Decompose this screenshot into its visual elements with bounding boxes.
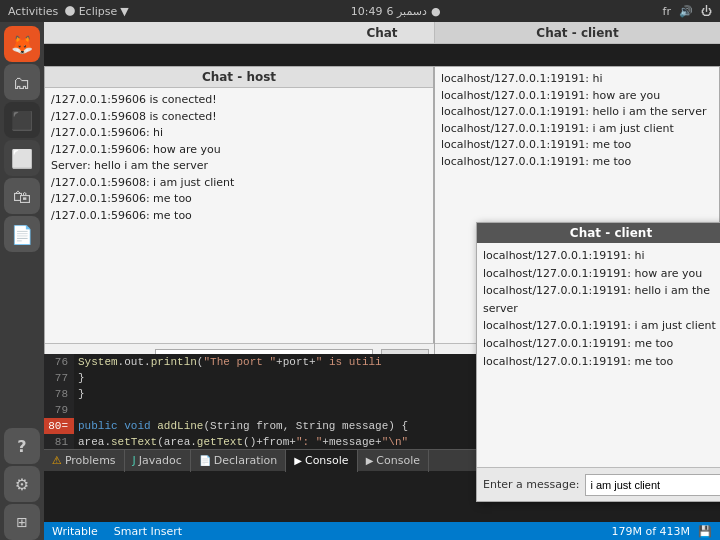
chat-client-right-messages: localhost/127.0.0.1:19191: hi localhost/… xyxy=(435,67,719,174)
cf-msg-2: localhost/127.0.0.1:19191: how are you xyxy=(483,265,720,283)
cf-msg-6: localhost/127.0.0.1:19191: me too xyxy=(483,353,720,371)
sidebar-icon-terminal[interactable]: ⬛ xyxy=(4,102,40,138)
sidebar-icon-help[interactable]: ? xyxy=(4,428,40,464)
declaration-icon: 📄 xyxy=(199,455,211,466)
activities-label[interactable]: Activities xyxy=(8,5,58,18)
chat-client-float-messages: localhost/127.0.0.1:19191: hi localhost/… xyxy=(477,243,720,374)
code-line-80: 80= public void addLine(String from, Str… xyxy=(44,418,500,434)
power-icon[interactable]: ⏻ xyxy=(701,5,712,18)
main-area: Activities Eclipse ▼ Chat Chat - client … xyxy=(44,22,720,540)
cf-msg-1: localhost/127.0.0.1:19191: hi xyxy=(483,247,720,265)
cf-msg-5: localhost/127.0.0.1:19191: me too xyxy=(483,335,720,353)
float-message-input[interactable] xyxy=(585,474,720,496)
host-msg-4: /127.0.0.1:59606: how are you xyxy=(51,142,427,159)
writable-label: Writable xyxy=(52,525,98,538)
host-msg-2: /127.0.0.1:59608 is conected! xyxy=(51,109,427,126)
javadoc-label: Javadoc xyxy=(139,454,182,467)
eclipse-topbar-icon: 🌑 xyxy=(64,5,75,18)
sidebar-icon-grid[interactable]: ⊞ xyxy=(4,504,40,540)
chat-host-panel: Chat - host /127.0.0.1:59606 is conected… xyxy=(44,66,434,376)
chat-host-messages: /127.0.0.1:59606 is conected! /127.0.0.1… xyxy=(45,88,433,228)
tab-declaration[interactable]: 📄 Declaration xyxy=(191,450,286,472)
code-line-77: 77 } xyxy=(44,370,500,386)
date-label: 6 دسمبر xyxy=(387,5,427,18)
problems-label: Problems xyxy=(65,454,116,467)
size-label: 179M of 413M xyxy=(611,525,690,538)
cf-msg-3: localhost/127.0.0.1:19191: hello i am th… xyxy=(483,282,720,317)
problems-icon: ⚠ xyxy=(52,454,62,467)
console1-label: Console xyxy=(305,454,349,467)
cr-msg-1: localhost/127.0.0.1:19191: hi xyxy=(441,71,713,88)
sidebar-icon-firefox[interactable]: 🦊 xyxy=(4,26,40,62)
code-line-78: 78 } xyxy=(44,386,500,402)
declaration-label: Declaration xyxy=(214,454,277,467)
top-bar: Activities 🌑 Eclipse ▼ 10:49 6 دسمبر ● f… xyxy=(0,0,720,22)
sidebar-icon-settings[interactable]: ⚙ xyxy=(4,466,40,502)
network-icon: 🔊 xyxy=(679,5,693,18)
sidebar: 🦊 🗂 ⬛ ⬜ 🛍 📄 ? ⚙ ⊞ xyxy=(0,22,44,540)
host-msg-1: /127.0.0.1:59606 is conected! xyxy=(51,92,427,109)
cr-msg-3: localhost/127.0.0.1:19191: hello i am th… xyxy=(441,104,713,121)
chat-client-float-title: Chat - client xyxy=(477,223,720,243)
console1-icon: ▶ xyxy=(294,455,302,466)
console2-icon: ▶ xyxy=(366,455,374,466)
chat-client-float-panel: Chat - client localhost/127.0.0.1:19191:… xyxy=(476,222,720,502)
javadoc-icon: J xyxy=(133,454,136,467)
cr-msg-4: localhost/127.0.0.1:19191: i am just cli… xyxy=(441,121,713,138)
bottom-tabs-bar: ⚠ Problems J Javadoc 📄 Declaration ▶ Con… xyxy=(44,449,500,471)
chat-host-title: Chat - host xyxy=(45,67,433,88)
insert-label: Smart Insert xyxy=(114,525,182,538)
sidebar-icon-docs[interactable]: 📄 xyxy=(4,216,40,252)
lang-label: fr xyxy=(663,5,671,18)
cr-msg-2: localhost/127.0.0.1:19191: how are you xyxy=(441,88,713,105)
code-line-76: 76 System.out.println("The port "+port+"… xyxy=(44,354,500,370)
status-dot: ● xyxy=(431,5,441,18)
sidebar-icon-snap[interactable]: ⬜ xyxy=(4,140,40,176)
host-msg-5: Server: hello i am the server xyxy=(51,158,427,175)
cr-msg-6: localhost/127.0.0.1:19191: me too xyxy=(441,154,713,171)
code-line-81: 81 area.setText(area.getText()+from+": "… xyxy=(44,434,500,449)
code-line-79: 79 xyxy=(44,402,500,418)
host-msg-3: /127.0.0.1:59606: hi xyxy=(51,125,427,142)
console2-label: Console xyxy=(376,454,420,467)
float-input-label: Enter a message: xyxy=(483,478,579,491)
chat-client-float-input-area: Enter a message: Send xyxy=(477,467,720,501)
tab-problems[interactable]: ⚠ Problems xyxy=(44,450,125,472)
status-bar: Writable Smart Insert 179M of 413M 💾 xyxy=(44,522,720,540)
cf-msg-4: localhost/127.0.0.1:19191: i am just cli… xyxy=(483,317,720,335)
cr-msg-5: localhost/127.0.0.1:19191: me too xyxy=(441,137,713,154)
chat-client-right-label: Chat - client xyxy=(434,22,720,44)
time-label: 10:49 xyxy=(351,5,383,18)
disk-icon: 💾 xyxy=(698,525,712,538)
host-msg-7: /127.0.0.1:59606: me too xyxy=(51,191,427,208)
tab-console-1[interactable]: ▶ Console xyxy=(286,450,357,472)
code-editor: 76 System.out.println("The port "+port+"… xyxy=(44,354,500,449)
sidebar-icon-software[interactable]: 🛍 xyxy=(4,178,40,214)
tab-javadoc[interactable]: J Javadoc xyxy=(125,450,191,472)
tab-console-2[interactable]: ▶ Console xyxy=(358,450,429,472)
sidebar-icon-files[interactable]: 🗂 xyxy=(4,64,40,100)
host-msg-6: /127.0.0.1:59608: i am just client xyxy=(51,175,427,192)
app-label: 🌑 Eclipse ▼ xyxy=(64,5,129,18)
host-msg-8: /127.0.0.1:59606: me too xyxy=(51,208,427,225)
